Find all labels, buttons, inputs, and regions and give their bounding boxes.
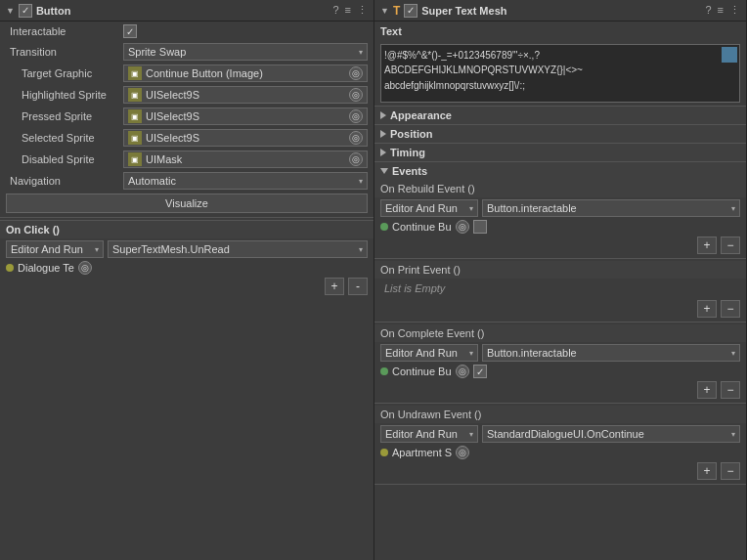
rebuild-function-dropdown[interactable]: Button.interactable ▾ — [482, 199, 740, 217]
right-panel-title: Super Text Mesh — [421, 5, 506, 17]
function-arrow-icon: ▾ — [359, 245, 363, 254]
on-print-header: On Print Event () — [374, 261, 746, 279]
complete-remove-btn[interactable]: − — [721, 381, 740, 399]
target-graphic-select-btn[interactable]: ◎ — [349, 66, 363, 80]
undrawn-editor-run-arrow-icon: ▾ — [469, 430, 473, 439]
highlighted-sprite-select-btn[interactable]: ◎ — [349, 88, 363, 102]
more-icon[interactable]: ⋮ — [357, 4, 368, 17]
target-graphic-field: ▣ Continue Button (Image) ◎ — [123, 65, 368, 82]
disabled-sprite-field: ▣ UIMask ◎ — [123, 151, 368, 168]
component-checkbox-right[interactable]: ✓ — [404, 4, 417, 18]
text-area[interactable]: !@#$%^&*()-_=+0123456789"'÷×.,? ABCDEFGH… — [380, 44, 740, 103]
rebuild-editor-run-dropdown[interactable]: Editor And Run ▾ — [380, 199, 478, 217]
rebuild-add-btn[interactable]: + — [697, 237, 717, 254]
right-panel: ▼ T ✓ Super Text Mesh ? ≡ ⋮ Text !@#$%^&… — [374, 0, 747, 560]
undrawn-sub-select-btn[interactable]: ◎ — [456, 446, 469, 459]
rebuild-function-arrow-icon: ▾ — [731, 204, 735, 213]
disabled-sprite-icon: ▣ — [128, 152, 142, 166]
pressed-sprite-label: Pressed Sprite — [6, 110, 123, 122]
selected-sprite-label: Selected Sprite — [6, 132, 123, 144]
complete-editor-run-dropdown[interactable]: Editor And Run ▾ — [380, 344, 478, 362]
component-checkbox[interactable]: ✓ — [19, 4, 32, 18]
complete-function-dropdown[interactable]: Button.interactable ▾ — [482, 344, 740, 362]
onclick-add-btn[interactable]: + — [325, 278, 344, 295]
on-undrawn-group: On Undrawn Event () Editor And Run ▾ Sta… — [374, 406, 746, 485]
print-add-btn[interactable]: + — [697, 300, 717, 318]
text-label-row: Text — [374, 22, 746, 41]
appearance-collapse-icon — [380, 111, 386, 119]
selected-sprite-row: Selected Sprite ▣ UISelect9S ◎ — [0, 127, 374, 149]
divider-1 — [0, 217, 374, 218]
on-complete-header: On Complete Event () — [374, 324, 746, 342]
onclick-section-header: On Click () — [0, 220, 374, 238]
sub-item-dot-icon — [6, 264, 14, 272]
right-more-icon[interactable]: ⋮ — [729, 4, 740, 17]
undrawn-sub-row: Apartment S ◎ — [374, 445, 746, 460]
pressed-sprite-row: Pressed Sprite ▣ UISelect9S ◎ — [0, 106, 374, 127]
interactable-label: Interactable — [6, 25, 123, 37]
right-help-icon[interactable]: ? — [705, 4, 711, 17]
nav-dropdown-arrow-icon: ▾ — [359, 177, 363, 186]
undrawn-editor-run-dropdown[interactable]: Editor And Run ▾ — [380, 425, 478, 443]
navigation-row: Navigation Automatic ▾ — [0, 170, 374, 192]
complete-add-btn[interactable]: + — [697, 381, 717, 399]
onclick-label: On Click () — [6, 224, 60, 236]
complete-sub-row: Continue Bu ◎ ✓ — [374, 364, 746, 379]
undrawn-function-dropdown[interactable]: StandardDialogueUI.OnContinue ▾ — [482, 425, 740, 443]
on-undrawn-header: On Undrawn Event () — [374, 406, 746, 423]
supertextmesh-header: ▼ T ✓ Super Text Mesh ? ≡ ⋮ — [374, 0, 746, 22]
left-panel: ▼ ✓ Button ? ≡ ⋮ Interactable ✓ Transiti… — [0, 0, 374, 560]
transition-dropdown[interactable]: Sprite Swap ▾ — [123, 43, 368, 61]
right-settings-icon[interactable]: ≡ — [718, 4, 724, 17]
rebuild-sub-select-btn[interactable]: ◎ — [456, 220, 469, 234]
help-icon[interactable]: ? — [332, 4, 338, 17]
rebuild-add-remove: + − — [374, 235, 746, 256]
selected-sprite-icon: ▣ — [128, 131, 142, 145]
disabled-sprite-row: Disabled Sprite ▣ UIMask ◎ — [0, 149, 374, 170]
appearance-header[interactable]: Appearance — [374, 106, 746, 124]
rebuild-checkbox[interactable] — [473, 220, 487, 234]
onclick-editor-run-dropdown[interactable]: Editor And Run ▾ — [6, 240, 104, 258]
rebuild-editor-run-arrow-icon: ▾ — [469, 204, 473, 213]
settings-icon[interactable]: ≡ — [345, 4, 351, 17]
text-area-corner-icon — [722, 47, 737, 63]
events-header[interactable]: Events — [374, 161, 746, 180]
selected-sprite-field: ▣ UISelect9S ◎ — [123, 129, 368, 147]
complete-function-arrow-icon: ▾ — [731, 349, 735, 358]
disabled-sprite-select-btn[interactable]: ◎ — [349, 152, 363, 166]
print-empty-list: List is Empty — [374, 279, 746, 298]
timing-header[interactable]: Timing — [374, 143, 746, 161]
complete-add-remove: + − — [374, 379, 746, 401]
print-remove-btn[interactable]: − — [721, 300, 740, 318]
selected-sprite-select-btn[interactable]: ◎ — [349, 131, 363, 145]
position-header[interactable]: Position — [374, 124, 746, 143]
onclick-remove-btn[interactable]: - — [348, 278, 368, 295]
navigation-label: Navigation — [6, 175, 123, 187]
highlighted-sprite-label: Highlighted Sprite — [6, 89, 123, 101]
complete-checkbox[interactable]: ✓ — [473, 365, 487, 378]
undrawn-remove-btn[interactable]: − — [721, 462, 740, 480]
highlighted-sprite-icon: ▣ — [128, 88, 142, 102]
onclick-function-dropdown[interactable]: SuperTextMesh.UnRead ▾ — [108, 240, 368, 258]
header-icons: ? ≡ ⋮ — [332, 4, 368, 17]
highlighted-sprite-row: Highlighted Sprite ▣ UISelect9S ◎ — [0, 84, 374, 106]
complete-sub-select-btn[interactable]: ◎ — [456, 365, 469, 378]
events-collapse-icon — [380, 168, 388, 174]
on-rebuild-group: On Rebuild Event () Editor And Run ▾ But… — [374, 180, 746, 259]
on-rebuild-header: On Rebuild Event () — [374, 180, 746, 197]
navigation-dropdown[interactable]: Automatic ▾ — [123, 172, 368, 190]
collapse-arrow[interactable]: ▼ — [6, 6, 15, 16]
onclick-sub-select-btn[interactable]: ◎ — [78, 261, 92, 275]
visualize-button[interactable]: Visualize — [6, 194, 368, 213]
rebuild-remove-btn[interactable]: − — [721, 237, 740, 254]
button-component-header: ▼ ✓ Button ? ≡ ⋮ — [0, 0, 374, 22]
collapse-arrow-right[interactable]: ▼ — [380, 6, 389, 16]
position-label: Position — [390, 128, 432, 140]
undrawn-add-btn[interactable]: + — [697, 462, 717, 480]
onclick-event-row: Editor And Run ▾ SuperTextMesh.UnRead ▾ — [0, 238, 374, 260]
pressed-sprite-icon: ▣ — [128, 109, 142, 123]
print-add-remove: + − — [374, 298, 746, 320]
interactable-checkbox[interactable]: ✓ — [123, 24, 368, 38]
pressed-sprite-select-btn[interactable]: ◎ — [349, 109, 363, 123]
rebuild-editor-run-text: Editor And Run — [385, 202, 458, 214]
